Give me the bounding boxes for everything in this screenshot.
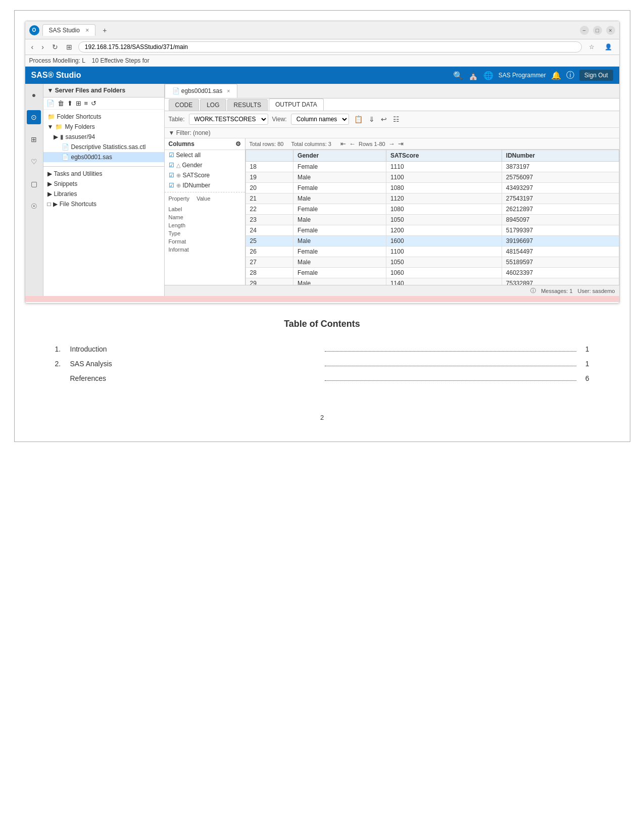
messages-label: Messages: 1 bbox=[541, 288, 572, 294]
tab-output-data[interactable]: OUTPUT DATA bbox=[269, 99, 324, 111]
sidebar-icon-heart[interactable]: ♡ bbox=[27, 155, 41, 169]
columns-gear-icon[interactable]: ⚙ bbox=[235, 140, 241, 148]
file-tab-bar: 📄 egbs00d01.sas × bbox=[165, 84, 619, 99]
table-select[interactable]: WORK.TESTSCORES bbox=[189, 114, 268, 125]
last-page-icon[interactable]: ⇥ bbox=[398, 140, 404, 148]
table-row[interactable]: 27 Male 1050 55189597 bbox=[245, 257, 619, 268]
refresh-button[interactable]: ↻ bbox=[50, 42, 60, 52]
undo-icon[interactable]: ↩ bbox=[380, 114, 388, 124]
sign-out-button[interactable]: Sign Out bbox=[579, 70, 613, 81]
app-title: SAS® Studio bbox=[31, 71, 448, 80]
prop-label-key: Label bbox=[169, 206, 194, 212]
tab-close-btn[interactable]: × bbox=[85, 27, 89, 34]
account-icon[interactable]: 👤 bbox=[602, 42, 615, 52]
select-all-checkbox[interactable]: ☑ bbox=[169, 152, 174, 159]
table-row[interactable]: 23 Male 1050 8945097 bbox=[245, 215, 619, 225]
add-folder-icon[interactable]: ⊞ bbox=[76, 100, 81, 107]
sidebar-icon-grid[interactable]: ⊞ bbox=[27, 132, 41, 146]
tab-results[interactable]: RESULTS bbox=[227, 99, 268, 111]
sidebar-icon-home[interactable]: ● bbox=[27, 88, 41, 102]
breadcrumb-item2[interactable]: 10 Effective Steps for bbox=[92, 57, 150, 64]
toc-page-refs: 6 bbox=[579, 374, 589, 382]
tree-item-sasuser[interactable]: ▶ ▮ sasuser/94 bbox=[43, 132, 164, 142]
select-all-item[interactable]: ☑ Select all bbox=[165, 150, 245, 160]
prev-page-icon[interactable]: ← bbox=[349, 140, 356, 148]
libraries-item[interactable]: ▶ Libraries bbox=[43, 189, 164, 199]
breadcrumb-item1[interactable]: Process Modelling: L bbox=[29, 57, 85, 64]
tab-code[interactable]: CODE bbox=[169, 99, 200, 111]
search-icon[interactable]: 🔍 bbox=[453, 71, 463, 80]
list-view-icon[interactable]: ≡ bbox=[84, 100, 88, 107]
address-input[interactable] bbox=[78, 41, 582, 53]
cell-gender: Female bbox=[293, 204, 386, 215]
minimize-button[interactable]: − bbox=[580, 26, 589, 35]
tab-close-icon[interactable]: × bbox=[227, 88, 230, 94]
forward-button[interactable]: › bbox=[39, 42, 46, 52]
help-icon[interactable]: ⓘ bbox=[566, 70, 574, 81]
grid-icon[interactable]: ☷ bbox=[392, 114, 401, 124]
tree-item-desc-stats[interactable]: 📄 Descriptive Statistics.sas.ctl bbox=[43, 142, 164, 152]
table-row[interactable]: 21 Male 1120 27543197 bbox=[245, 193, 619, 204]
pink-bar bbox=[25, 296, 619, 302]
next-page-icon[interactable]: → bbox=[388, 140, 395, 148]
table-row[interactable]: 25 Male 1600 39196697 bbox=[245, 236, 619, 247]
idnumber-checkbox[interactable]: ☑ bbox=[169, 182, 174, 189]
new-file-icon[interactable]: 📄 bbox=[46, 100, 55, 107]
gender-type-icon: △ bbox=[176, 162, 180, 169]
sidebar-icon-square[interactable]: ▢ bbox=[27, 177, 41, 191]
grid-info-bar: Total rows: 80 Total columns: 3 ⇤ ← Rows… bbox=[245, 138, 619, 150]
copy-icon[interactable]: 📋 bbox=[353, 114, 364, 124]
gender-checkbox[interactable]: ☑ bbox=[169, 162, 174, 169]
tab-add-btn[interactable]: + bbox=[98, 25, 111, 35]
tab-log[interactable]: LOG bbox=[200, 99, 226, 111]
col-header-idnumber[interactable]: IDNumber bbox=[502, 150, 619, 162]
sas-app-header: SAS® Studio 🔍 ⛪ 🌐 SAS Programmer 🔔 ⓘ Sig… bbox=[25, 67, 619, 84]
browser-tab[interactable]: SAS Studio × bbox=[42, 24, 96, 36]
tasks-item[interactable]: ▶ Tasks and Utilities bbox=[43, 169, 164, 179]
toc-title: Table of Contents bbox=[55, 319, 589, 329]
col-item-satscore[interactable]: ☑ ⊕ SATScore bbox=[165, 170, 245, 180]
user-label: User: sasdemo bbox=[578, 288, 615, 294]
tree-item-egbs[interactable]: 📄 egbs00d01.sas bbox=[43, 152, 164, 162]
restore-button[interactable]: □ bbox=[593, 26, 602, 35]
download-icon[interactable]: ⇓ bbox=[368, 114, 376, 124]
col-header-gender[interactable]: Gender bbox=[293, 150, 386, 162]
back-button[interactable]: ‹ bbox=[29, 42, 36, 52]
delete-icon[interactable]: 🗑 bbox=[58, 100, 64, 107]
notifications-icon[interactable]: 🔔 bbox=[551, 71, 561, 80]
globe-icon[interactable]: 🌐 bbox=[483, 71, 493, 80]
table-row[interactable]: 26 Female 1100 48154497 bbox=[245, 247, 619, 257]
view-select[interactable]: Column names bbox=[291, 114, 349, 125]
close-button[interactable]: × bbox=[606, 26, 615, 35]
property-value-header: Property Value bbox=[165, 194, 245, 203]
snippets-item[interactable]: ▶ Snippets bbox=[43, 179, 164, 189]
upload-icon[interactable]: ⬆ bbox=[67, 100, 73, 107]
table-row[interactable]: 19 Male 1100 25756097 bbox=[245, 172, 619, 183]
file-shortcuts-item[interactable]: □ ▶ File Shortcuts bbox=[43, 199, 164, 209]
table-row[interactable]: 28 Female 1060 46023397 bbox=[245, 268, 619, 278]
col-header-satscore[interactable]: SATScore bbox=[386, 150, 502, 162]
refresh-icon[interactable]: ↺ bbox=[91, 100, 96, 107]
sidebar-icon-files[interactable]: ⊙ bbox=[27, 110, 41, 124]
file-tab-egbs[interactable]: 📄 egbs00d01.sas × bbox=[165, 84, 238, 98]
data-area: Columns ⚙ ☑ Select all ☑ △ Gender bbox=[165, 138, 619, 285]
table-row[interactable]: 24 Female 1200 51799397 bbox=[245, 225, 619, 236]
table-row[interactable]: 22 Female 1080 26212897 bbox=[245, 204, 619, 215]
home-icon[interactable]: ⛪ bbox=[468, 71, 478, 80]
tree-item-folder-shortcuts[interactable]: 📁 Folder Shortcuts bbox=[43, 112, 164, 122]
sidebar-icon-circle[interactable]: ☉ bbox=[27, 199, 41, 213]
col-item-gender[interactable]: ☑ △ Gender bbox=[165, 160, 245, 170]
table-row[interactable]: 18 Female 1110 3873197 bbox=[245, 162, 619, 172]
table-row[interactable]: 20 Female 1080 43493297 bbox=[245, 183, 619, 193]
bookmark-icon[interactable]: ☆ bbox=[586, 42, 598, 52]
toc-section: Table of Contents 1. Introduction 1 2. S… bbox=[25, 304, 620, 404]
messages-icon: ⓘ bbox=[530, 287, 536, 295]
tree-item-my-folders[interactable]: ▼ 📁 My Folders bbox=[43, 122, 164, 132]
cell-satscore: 1120 bbox=[386, 193, 502, 204]
cell-satscore: 1100 bbox=[386, 247, 502, 257]
first-page-icon[interactable]: ⇤ bbox=[340, 140, 346, 148]
table-row[interactable]: 29 Male 1140 75332897 bbox=[245, 278, 619, 285]
desc-stats-label: Descriptive Statistics.sas.ctl bbox=[71, 143, 146, 151]
satscore-checkbox[interactable]: ☑ bbox=[169, 172, 174, 179]
col-item-idnumber[interactable]: ☑ ⊕ IDNumber bbox=[165, 180, 245, 190]
